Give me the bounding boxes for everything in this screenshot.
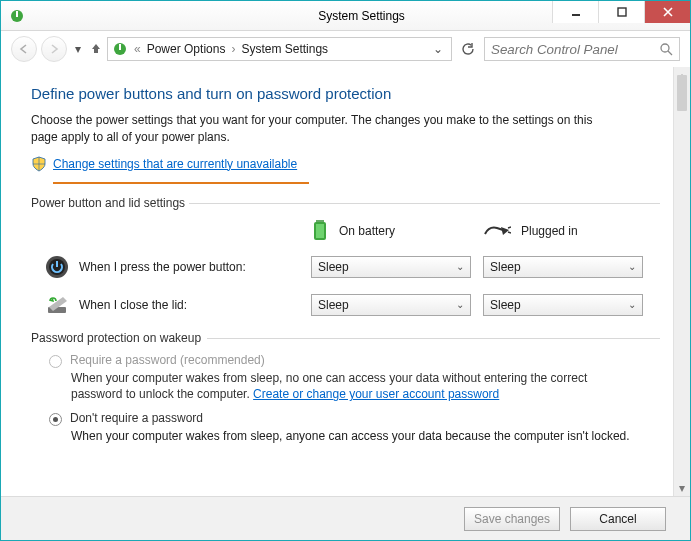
close-lid-row-label: When I close the lid: bbox=[79, 298, 187, 312]
search-icon bbox=[659, 42, 673, 59]
chevron-down-icon: ⌄ bbox=[456, 299, 464, 310]
breadcrumb-dropdown-icon[interactable]: ⌄ bbox=[429, 42, 447, 56]
breadcrumb-power-options[interactable]: Power Options bbox=[147, 42, 226, 56]
dont-require-password-radio bbox=[49, 413, 62, 426]
search-input[interactable] bbox=[484, 37, 680, 61]
cancel-button[interactable]: Cancel bbox=[570, 507, 666, 531]
battery-icon bbox=[311, 218, 329, 245]
up-button[interactable] bbox=[89, 41, 103, 58]
svg-rect-10 bbox=[316, 224, 324, 238]
svg-line-12 bbox=[508, 232, 511, 233]
svg-rect-3 bbox=[618, 8, 626, 16]
scrollbar[interactable]: ▴ ▾ bbox=[673, 67, 690, 496]
chevron-right-icon: › bbox=[229, 42, 237, 56]
svg-rect-2 bbox=[572, 14, 580, 16]
on-battery-label: On battery bbox=[339, 224, 395, 238]
scroll-down-icon[interactable]: ▾ bbox=[674, 479, 690, 496]
breadcrumb-system-settings[interactable]: System Settings bbox=[241, 42, 328, 56]
chevron-down-icon: ⌄ bbox=[628, 261, 636, 272]
breadcrumb[interactable]: « Power Options › System Settings ⌄ bbox=[107, 37, 452, 61]
nav-bar: ▾ « Power Options › System Settings ⌄ bbox=[1, 31, 690, 67]
history-dropdown-icon[interactable]: ▾ bbox=[71, 42, 85, 56]
power-button-battery-select[interactable]: Sleep⌄ bbox=[311, 256, 471, 278]
require-password-radio bbox=[49, 355, 62, 368]
annotation-underline bbox=[53, 182, 309, 184]
plug-icon bbox=[483, 222, 511, 241]
shield-icon bbox=[31, 156, 47, 172]
breadcrumb-sep-icon: « bbox=[132, 42, 143, 56]
maximize-button[interactable] bbox=[598, 1, 644, 23]
back-button[interactable] bbox=[11, 36, 37, 62]
lid-icon bbox=[45, 293, 69, 317]
close-lid-plugged-select[interactable]: Sleep⌄ bbox=[483, 294, 643, 316]
close-lid-battery-select[interactable]: Sleep⌄ bbox=[311, 294, 471, 316]
page-subtitle: Choose the power settings that you want … bbox=[31, 112, 611, 146]
power-button-row-label: When I press the power button: bbox=[79, 260, 246, 274]
section-power-button-lid: Power button and lid settings bbox=[31, 196, 660, 210]
app-icon bbox=[9, 8, 25, 24]
require-password-desc: When your computer wakes from sleep, no … bbox=[71, 370, 631, 404]
refresh-button[interactable] bbox=[456, 37, 480, 61]
page-heading: Define power buttons and turn on passwor… bbox=[31, 85, 660, 102]
change-settings-link[interactable]: Change settings that are currently unava… bbox=[53, 157, 297, 171]
svg-rect-5 bbox=[119, 44, 121, 50]
plugged-in-label: Plugged in bbox=[521, 224, 578, 238]
svg-rect-1 bbox=[16, 11, 18, 17]
breadcrumb-icon bbox=[112, 41, 128, 57]
svg-line-7 bbox=[668, 51, 672, 55]
forward-button[interactable] bbox=[41, 36, 67, 62]
svg-rect-8 bbox=[316, 220, 324, 222]
title-bar: System Settings bbox=[1, 1, 690, 31]
search-field[interactable] bbox=[491, 42, 673, 57]
footer: Save changes Cancel bbox=[1, 496, 690, 540]
chevron-down-icon: ⌄ bbox=[628, 299, 636, 310]
dont-require-password-label: Don't require a password bbox=[70, 411, 203, 425]
chevron-down-icon: ⌄ bbox=[456, 261, 464, 272]
power-button-icon bbox=[45, 255, 69, 279]
content-area: ▴ ▾ Define power buttons and turn on pas… bbox=[1, 67, 690, 496]
scroll-thumb[interactable] bbox=[677, 75, 687, 111]
close-button[interactable] bbox=[644, 1, 690, 23]
save-changes-button[interactable]: Save changes bbox=[464, 507, 560, 531]
minimize-button[interactable] bbox=[552, 1, 598, 23]
dont-require-password-desc: When your computer wakes from sleep, any… bbox=[71, 428, 631, 445]
create-change-password-link[interactable]: Create or change your user account passw… bbox=[253, 387, 499, 401]
require-password-label: Require a password (recommended) bbox=[70, 353, 265, 367]
svg-point-6 bbox=[661, 44, 669, 52]
section-password-protection: Password protection on wakeup bbox=[31, 331, 660, 345]
svg-line-11 bbox=[508, 227, 511, 228]
power-button-plugged-select[interactable]: Sleep⌄ bbox=[483, 256, 643, 278]
